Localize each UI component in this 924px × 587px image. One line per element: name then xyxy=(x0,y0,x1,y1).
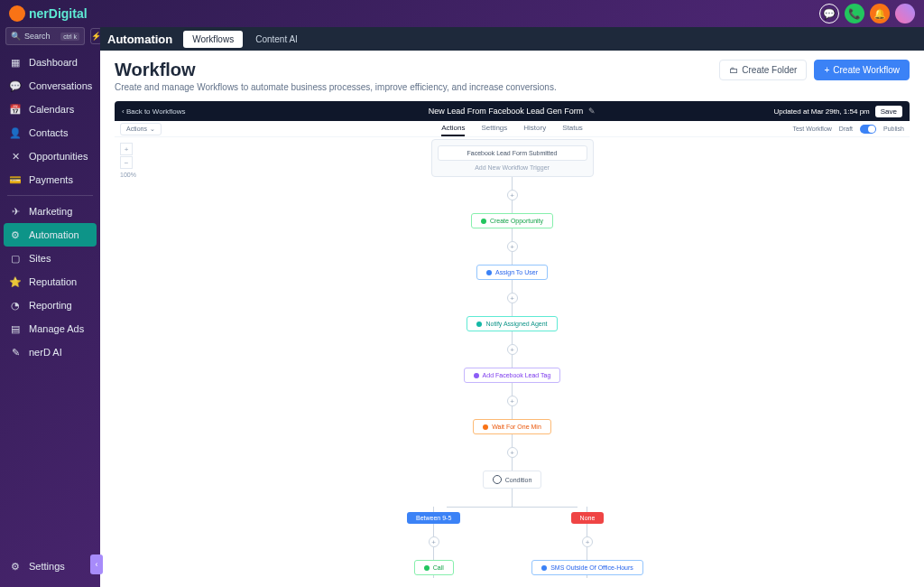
page-title: Workflow xyxy=(115,60,557,80)
user-icon xyxy=(486,270,492,275)
automation-icon: ⚙ xyxy=(9,228,22,241)
zoom-in-button[interactable]: + xyxy=(120,143,133,155)
sidebar-item-payments[interactable]: 💳Payments xyxy=(0,168,100,191)
condition-icon xyxy=(493,475,502,484)
add-step-button[interactable]: + xyxy=(507,190,518,200)
trigger-container: Facebook Lead Form Submitted Add New Wor… xyxy=(431,139,594,177)
sidebar-item-contacts[interactable]: 👤Contacts xyxy=(0,121,100,144)
calendars-icon: 📅 xyxy=(9,103,22,116)
add-step-button[interactable]: + xyxy=(582,536,593,547)
builder-tab-actions[interactable]: Actions xyxy=(441,121,465,136)
node-create-opportunity[interactable]: Create Opportunity xyxy=(471,213,553,228)
opportunity-icon xyxy=(481,219,486,224)
branch-label-between[interactable]: Between 9-5 xyxy=(407,512,460,524)
search-placeholder: Search xyxy=(24,32,51,41)
branch-label-none[interactable]: None xyxy=(571,512,605,524)
test-workflow-link[interactable]: Test Workflow xyxy=(792,126,831,132)
back-link[interactable]: ‹ Back to Workflows xyxy=(122,107,186,116)
wait-icon xyxy=(483,424,488,430)
avatar[interactable] xyxy=(895,4,915,23)
node-sms-outside[interactable]: SMS Outside Of Office-Hours xyxy=(531,560,643,575)
trigger-node[interactable]: Facebook Lead Form Submitted xyxy=(438,145,587,161)
add-step-button[interactable]: + xyxy=(507,447,518,458)
zoom-out-button[interactable]: − xyxy=(120,156,133,169)
branch-container: Between 9-5 + Call + SMS + Wait 30 Min F… xyxy=(381,512,643,578)
sites-icon: ▢ xyxy=(9,252,22,265)
brand-name: nerDigital xyxy=(29,6,88,21)
brand-logo[interactable]: nerDigital xyxy=(9,5,88,22)
opportunities-icon: ✕ xyxy=(9,150,22,163)
sidebar-item-opportunities[interactable]: ✕Opportunities xyxy=(0,144,100,168)
sidebar-item-calendars[interactable]: 📅Calendars xyxy=(0,98,100,121)
sidebar-item-nerd-ai[interactable]: ✎nerD AI xyxy=(0,340,100,364)
phone-icon[interactable]: 📞 xyxy=(845,4,864,23)
sidebar-item-conversations[interactable]: 💬Conversations xyxy=(0,74,100,98)
node-assign-user[interactable]: Assign To User xyxy=(476,265,548,280)
topbar: nerDigital 💬 📞 🔔 xyxy=(0,0,924,27)
notifications-icon[interactable]: 🔔 xyxy=(870,4,890,23)
marketing-icon: ✈ xyxy=(9,205,22,218)
tab-workflows[interactable]: Workflows xyxy=(183,31,243,48)
builder-tab-settings[interactable]: Settings xyxy=(481,121,507,136)
draft-label: Draft xyxy=(839,126,853,132)
sidebar-item-reputation[interactable]: ⭐Reputation xyxy=(0,270,100,294)
actions-dropdown[interactable]: Actions⌄ xyxy=(120,123,162,135)
messages-icon[interactable]: 💬 xyxy=(819,4,839,23)
publish-toggle[interactable] xyxy=(860,125,876,134)
tag-icon xyxy=(474,373,479,378)
node-wait-1min[interactable]: Wait For One Min xyxy=(473,419,551,434)
node-notify-agent[interactable]: Notify Assigned Agent xyxy=(467,316,557,331)
add-step-button[interactable]: + xyxy=(507,344,518,355)
node-call[interactable]: Call xyxy=(414,560,454,575)
builder-tab-history[interactable]: History xyxy=(523,121,546,136)
sidebar-item-automation[interactable]: ⚙Automation xyxy=(4,223,97,247)
call-icon xyxy=(424,565,430,571)
reputation-icon: ⭐ xyxy=(9,275,22,288)
add-trigger-button[interactable]: Add New Workflow Trigger xyxy=(438,164,587,171)
search-shortcut: ctrl k xyxy=(60,33,79,41)
workflow-canvas[interactable]: + − 100% Facebook Lead Form Submitted Ad… xyxy=(115,137,910,578)
main-content: Automation Workflows Content AI Workflow… xyxy=(100,27,924,587)
notify-icon xyxy=(476,321,482,327)
page-subtitle: Create and manage Workflows to automate … xyxy=(115,82,557,92)
builder-header: ‹ Back to Workflows New Lead From Facebo… xyxy=(115,101,910,121)
add-step-button[interactable]: + xyxy=(507,293,518,303)
create-folder-button[interactable]: 🗀Create Folder xyxy=(719,60,807,80)
tab-content-ai[interactable]: Content AI xyxy=(246,31,307,48)
edit-name-icon[interactable]: ✎ xyxy=(588,107,596,116)
sidebar-item-dashboard[interactable]: ▦Dashboard xyxy=(0,51,100,74)
workflow-name: New Lead From Facebook Lead Gen Form ✎ xyxy=(429,107,596,116)
collapse-sidebar-button[interactable]: ‹ xyxy=(90,554,103,574)
sidebar-item-sites[interactable]: ▢Sites xyxy=(0,247,100,270)
contacts-icon: 👤 xyxy=(9,126,22,139)
page-header: Workflow Create and manage Workflows to … xyxy=(100,51,924,101)
sidebar-item-manage-ads[interactable]: ▤Manage Ads xyxy=(0,317,100,340)
logo-icon xyxy=(9,5,25,22)
node-add-tag[interactable]: Add Facebook Lead Tag xyxy=(464,368,561,383)
zoom-level: 100% xyxy=(120,172,136,178)
node-condition[interactable]: Condition xyxy=(483,471,542,489)
section-title: Automation xyxy=(107,33,172,46)
sidebar-item-settings[interactable]: ⚙Settings xyxy=(0,554,100,578)
create-workflow-button[interactable]: +Create Workflow xyxy=(814,60,910,80)
updated-at: Updated at Mar 29th, 1:54 pm xyxy=(773,107,869,116)
ads-icon: ▤ xyxy=(9,322,22,335)
save-button[interactable]: Save xyxy=(875,106,902,117)
zoom-controls: + − 100% xyxy=(120,143,136,178)
builder-tab-status[interactable]: Status xyxy=(562,121,583,136)
ai-icon: ✎ xyxy=(9,346,22,359)
sidebar-item-marketing[interactable]: ✈Marketing xyxy=(0,200,100,223)
sidebar-item-reporting[interactable]: ◔Reporting xyxy=(0,294,100,317)
publish-label: Publish xyxy=(883,126,904,132)
branch-yes: Between 9-5 + Call + SMS + Wait 30 Min F… xyxy=(381,512,486,578)
folder-icon: 🗀 xyxy=(729,65,738,75)
add-step-button[interactable]: + xyxy=(507,396,518,406)
search-input[interactable]: 🔍 Search ctrl k xyxy=(5,27,85,45)
add-step-button[interactable]: + xyxy=(429,536,439,547)
chevron-down-icon: ⌄ xyxy=(150,126,155,133)
branch-no: None + SMS Outside Of Office-Hours + Wai… xyxy=(531,512,643,578)
dashboard-icon: ▦ xyxy=(9,56,22,69)
sidebar-separator xyxy=(7,195,93,196)
workflow-builder: ‹ Back to Workflows New Lead From Facebo… xyxy=(115,101,910,578)
add-step-button[interactable]: + xyxy=(507,241,518,252)
